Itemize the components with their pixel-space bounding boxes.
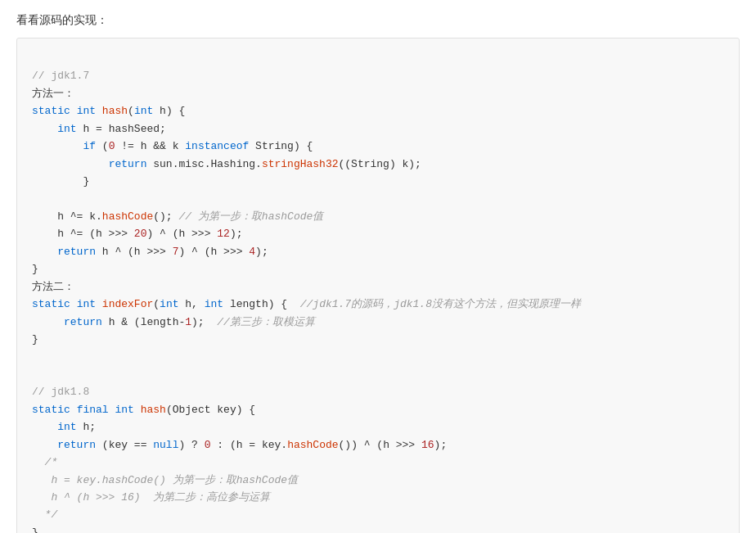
code-block: // jdk1.7 方法一： static int hash(int h) { … <box>16 38 740 533</box>
intro-text: 看看源码的实现： <box>16 13 740 28</box>
comment-jdk17: // jdk1.7 <box>32 70 89 82</box>
method-one-label: 方法一： <box>32 88 74 100</box>
page-container: 看看源码的实现： // jdk1.7 方法一： static int hash(… <box>0 0 756 533</box>
